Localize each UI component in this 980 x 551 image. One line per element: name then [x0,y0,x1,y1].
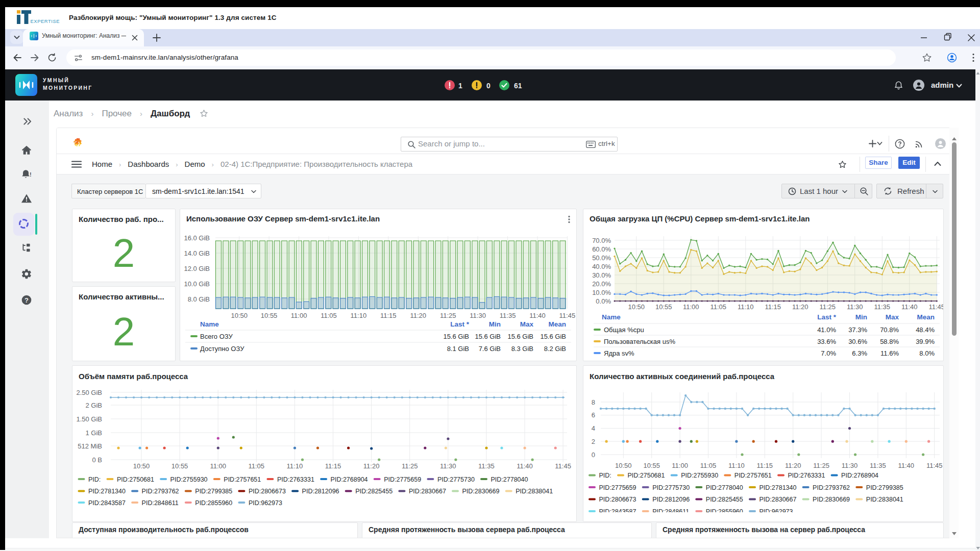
svg-text:Last *: Last * [450,320,470,328]
svg-text:11:20: 11:20 [792,303,808,311]
svg-text:0 B: 0 B [92,456,102,464]
svg-text:8: 8 [592,398,595,406]
svg-text:14.0 GiB: 14.0 GiB [184,249,210,257]
svg-text:PID:2830669: PID:2830669 [813,496,850,503]
svg-text:10:55: 10:55 [655,303,672,311]
svg-text:15.6 GiB: 15.6 GiB [507,333,533,340]
svg-text:11:05: 11:05 [249,462,265,470]
svg-text:Общая %cpu: Общая %cpu [604,326,644,334]
svg-text:11:35: 11:35 [874,303,891,311]
svg-text:11:25: 11:25 [440,312,456,319]
svg-text:PID:2799385: PID:2799385 [866,484,903,491]
svg-text:33.6%: 33.6% [817,338,836,345]
svg-text:Пользовательская us%: Пользовательская us% [604,338,675,345]
svg-text:Mean: Mean [548,320,566,328]
svg-text:!: ! [30,171,32,178]
svg-text:11:20: 11:20 [410,312,427,319]
svg-text:Mean: Mean [917,313,935,321]
svg-text:11:25: 11:25 [820,303,836,311]
svg-text:8.2 GiB: 8.2 GiB [544,345,566,353]
svg-text:PID:2775730: PID:2775730 [652,484,690,491]
svg-text:PID:2781340: PID:2781340 [760,484,797,491]
svg-text:PID:962973: PID:962973 [249,499,282,507]
svg-text:10:50: 10:50 [615,462,632,469]
svg-text:11:20: 11:20 [363,462,380,470]
svg-text:10:55: 10:55 [643,462,660,469]
svg-text:11:10: 11:10 [728,462,745,469]
svg-text:16.0 GiB: 16.0 GiB [184,234,210,242]
svg-text:PID:2812096: PID:2812096 [652,496,690,503]
svg-text:48.4%: 48.4% [916,326,935,334]
svg-text:PID:2830669: PID:2830669 [462,488,500,495]
svg-text:20.0%: 20.0% [592,280,611,288]
svg-text:Min: Min [489,320,501,328]
svg-text:6.3%: 6.3% [852,349,867,357]
svg-text:PID:2781340: PID:2781340 [88,488,126,495]
svg-text:?: ? [24,296,29,304]
svg-text:11:25: 11:25 [813,462,829,469]
svg-text:PID:2778040: PID:2778040 [491,476,528,483]
svg-text:10:50: 10:50 [628,303,645,311]
svg-text:15.6 GiB: 15.6 GiB [443,333,469,340]
svg-text:60.0%: 60.0% [592,245,611,253]
svg-text:7.6 GiB: 7.6 GiB [479,345,501,353]
svg-text:11:45: 11:45 [559,312,576,319]
svg-text:512 MiB: 512 MiB [78,442,102,450]
svg-text:PID:2763331: PID:2763331 [788,472,825,479]
svg-text:PID:2768904: PID:2768904 [331,476,368,483]
svg-text:40.0%: 40.0% [592,263,611,270]
svg-text:PID:2793762: PID:2793762 [813,484,850,491]
svg-text:11:05: 11:05 [321,312,337,319]
svg-text:PID:2750681: PID:2750681 [117,476,154,483]
svg-text:Доступно ОЗУ: Доступно ОЗУ [200,345,244,353]
svg-text:PID:2838041: PID:2838041 [866,496,903,503]
svg-text:1 GiB: 1 GiB [85,429,102,437]
svg-text:10:50: 10:50 [231,312,248,319]
svg-text:PID:2778040: PID:2778040 [706,484,743,491]
svg-text:11:10: 11:10 [351,312,367,319]
svg-text:PID:2775659: PID:2775659 [599,484,636,491]
svg-text:11:10: 11:10 [287,462,303,470]
svg-text:PID:2848611: PID:2848611 [142,499,179,507]
svg-text:11:25: 11:25 [402,462,418,470]
svg-text:PID:2806673: PID:2806673 [599,496,636,503]
svg-text:11:45: 11:45 [929,303,943,311]
svg-text:50.0%: 50.0% [592,254,611,262]
svg-text:PID:2775730: PID:2775730 [437,476,475,483]
svg-text:39.9%: 39.9% [916,338,935,345]
svg-text:PID:2750681: PID:2750681 [628,472,665,479]
svg-text:11:20: 11:20 [785,462,801,469]
svg-text:11.6%: 11.6% [880,349,899,357]
svg-text:11:30: 11:30 [470,312,486,319]
svg-text:PID:2793762: PID:2793762 [142,488,179,495]
svg-text:Name: Name [200,320,219,328]
svg-text:2 GiB: 2 GiB [85,402,102,409]
svg-text:Last *: Last * [817,313,837,321]
svg-text:70.0%: 70.0% [592,237,611,244]
svg-text:11:15: 11:15 [325,462,341,470]
svg-text:11:15: 11:15 [757,462,773,469]
svg-text:11:30: 11:30 [440,462,456,470]
svg-text:11:40: 11:40 [898,462,915,469]
svg-text:11:00: 11:00 [683,303,699,311]
svg-text:11:40: 11:40 [517,462,533,470]
svg-text:0: 0 [592,451,595,459]
svg-text:41.0%: 41.0% [817,326,836,334]
svg-text:Max: Max [886,313,899,321]
svg-text:11:40: 11:40 [529,312,546,319]
svg-text:8.0%: 8.0% [919,349,935,357]
svg-text:PID:: PID: [88,476,101,483]
svg-text:11:45: 11:45 [926,462,943,469]
svg-text:11:45: 11:45 [555,462,571,470]
svg-text:0.0%: 0.0% [596,297,611,305]
svg-text:10.0 GiB: 10.0 GiB [184,280,210,288]
svg-text:PID:2843587: PID:2843587 [88,499,126,507]
svg-text:11:40: 11:40 [901,303,918,311]
svg-text:7.0%: 7.0% [821,349,836,357]
svg-text:11:15: 11:15 [765,303,781,311]
svg-text:30.6%: 30.6% [848,338,867,345]
svg-text:70.8%: 70.8% [880,326,899,334]
svg-text:Ядра sv%: Ядра sv% [604,349,634,357]
svg-text:PID:2806673: PID:2806673 [249,488,286,495]
svg-text:Name: Name [602,313,621,321]
